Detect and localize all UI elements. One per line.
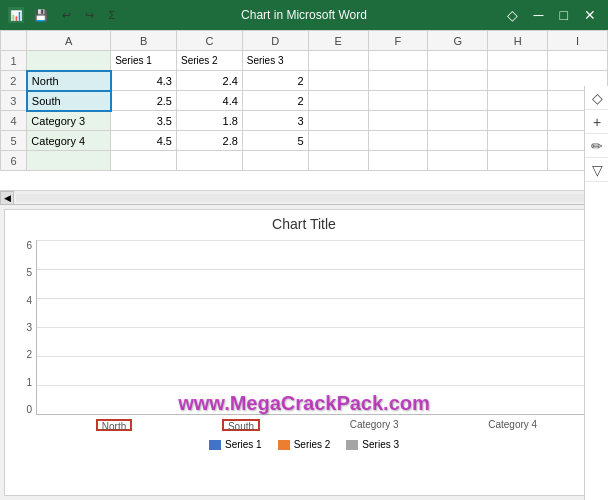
cell-2a[interactable]: North bbox=[27, 71, 111, 91]
table-row: 3 South 2.5 4.4 2 bbox=[1, 91, 608, 111]
table-row: 1 Series 1 Series 2 Series 3 bbox=[1, 51, 608, 71]
col-header-e[interactable]: E bbox=[308, 31, 368, 51]
cell-6d[interactable] bbox=[242, 151, 308, 171]
scroll-left-arrow[interactable]: ◀ bbox=[0, 191, 14, 205]
cell-1g[interactable] bbox=[428, 51, 488, 71]
cell-1c[interactable]: Series 2 bbox=[176, 51, 242, 71]
cell-3g[interactable] bbox=[428, 91, 488, 111]
cell-6a[interactable] bbox=[27, 151, 111, 171]
cell-4b[interactable]: 3.5 bbox=[111, 111, 177, 131]
cell-5g[interactable] bbox=[428, 131, 488, 151]
cell-1e[interactable] bbox=[308, 51, 368, 71]
cell-5h[interactable] bbox=[488, 131, 548, 151]
cell-2g[interactable] bbox=[428, 71, 488, 91]
side-toolbar: ◇ + ✏ ▽ bbox=[584, 86, 608, 500]
cell-1f[interactable] bbox=[368, 51, 428, 71]
cell-3c[interactable]: 4.4 bbox=[176, 91, 242, 111]
chart-body: 6 5 4 3 2 1 0 bbox=[11, 240, 597, 435]
save-button[interactable]: 💾 bbox=[30, 7, 52, 24]
col-header-d[interactable]: D bbox=[242, 31, 308, 51]
gem-button[interactable]: ◇ bbox=[503, 5, 522, 25]
cell-2c[interactable]: 2.4 bbox=[176, 71, 242, 91]
cell-3d[interactable]: 2 bbox=[242, 91, 308, 111]
minimize-button[interactable]: ─ bbox=[530, 5, 548, 25]
cell-6c[interactable] bbox=[176, 151, 242, 171]
y-label-4: 4 bbox=[11, 295, 32, 306]
cell-4f[interactable] bbox=[368, 111, 428, 131]
row-num-4: 4 bbox=[1, 111, 27, 131]
sheet-wrapper[interactable]: A B C D E F G H I bbox=[0, 30, 608, 190]
cell-5d[interactable]: 5 bbox=[242, 131, 308, 151]
cell-1i[interactable] bbox=[548, 51, 608, 71]
cell-2e[interactable] bbox=[308, 71, 368, 91]
col-header-f[interactable]: F bbox=[368, 31, 428, 51]
cell-2h[interactable] bbox=[488, 71, 548, 91]
row-num-3: 3 bbox=[1, 91, 27, 111]
grid-line-6 bbox=[37, 240, 597, 241]
title-bar: 📊 💾 ↩ ↪ Σ Chart in Microsoft Word ◇ ─ □ … bbox=[0, 0, 608, 30]
col-header-a[interactable]: A bbox=[27, 31, 111, 51]
cell-3e[interactable] bbox=[308, 91, 368, 111]
cell-3b[interactable]: 2.5 bbox=[111, 91, 177, 111]
y-label-1: 1 bbox=[11, 377, 32, 388]
cell-5c[interactable]: 2.8 bbox=[176, 131, 242, 151]
scroll-track[interactable] bbox=[16, 194, 592, 202]
cell-6b[interactable] bbox=[111, 151, 177, 171]
side-gem-button[interactable]: ◇ bbox=[585, 86, 608, 110]
function-icon[interactable]: Σ bbox=[104, 7, 120, 23]
cell-1h[interactable] bbox=[488, 51, 548, 71]
table-row: 6 bbox=[1, 151, 608, 171]
cell-2f[interactable] bbox=[368, 71, 428, 91]
cell-5e[interactable] bbox=[308, 131, 368, 151]
spreadsheet-table: A B C D E F G H I bbox=[0, 30, 608, 171]
cell-1a[interactable] bbox=[27, 51, 111, 71]
cell-4h[interactable] bbox=[488, 111, 548, 131]
window-title: Chart in Microsoft Word bbox=[241, 8, 367, 22]
cell-3f[interactable] bbox=[368, 91, 428, 111]
cell-3h[interactable] bbox=[488, 91, 548, 111]
cell-4c[interactable]: 1.8 bbox=[176, 111, 242, 131]
undo-button[interactable]: ↩ bbox=[58, 7, 75, 24]
cell-6f[interactable] bbox=[368, 151, 428, 171]
cell-4e[interactable] bbox=[308, 111, 368, 131]
legend-item-s1: Series 1 bbox=[209, 439, 262, 450]
redo-button[interactable]: ↪ bbox=[81, 7, 98, 24]
cell-6h[interactable] bbox=[488, 151, 548, 171]
horizontal-scrollbar[interactable]: ◀ ▶ bbox=[0, 190, 608, 204]
col-header-g[interactable]: G bbox=[428, 31, 488, 51]
cell-4g[interactable] bbox=[428, 111, 488, 131]
cell-1d[interactable]: Series 3 bbox=[242, 51, 308, 71]
side-add-button[interactable]: + bbox=[585, 110, 608, 134]
x-label-cat3: Category 3 bbox=[350, 419, 399, 431]
cell-6g[interactable] bbox=[428, 151, 488, 171]
side-filter-button[interactable]: ▽ bbox=[585, 158, 608, 182]
col-header-h[interactable]: H bbox=[488, 31, 548, 51]
app-icon: 📊 bbox=[8, 7, 24, 23]
cell-3a[interactable]: South bbox=[27, 91, 111, 111]
cell-6e[interactable] bbox=[308, 151, 368, 171]
row-num-1: 1 bbox=[1, 51, 27, 71]
y-label-0: 0 bbox=[11, 404, 32, 415]
cell-5f[interactable] bbox=[368, 131, 428, 151]
grid-line-3 bbox=[37, 327, 597, 328]
col-header-c[interactable]: C bbox=[176, 31, 242, 51]
cell-2b[interactable]: 4.3 bbox=[111, 71, 177, 91]
col-header-b[interactable]: B bbox=[111, 31, 177, 51]
close-button[interactable]: ✕ bbox=[580, 5, 600, 25]
x-label-cat4: Category 4 bbox=[488, 419, 537, 431]
cell-1b[interactable]: Series 1 bbox=[111, 51, 177, 71]
cell-5a[interactable]: Category 4 bbox=[27, 131, 111, 151]
legend-label-s2: Series 2 bbox=[294, 439, 331, 450]
spreadsheet-area: A B C D E F G H I bbox=[0, 30, 608, 205]
col-header-i[interactable]: I bbox=[548, 31, 608, 51]
row-num-6: 6 bbox=[1, 151, 27, 171]
cell-4a[interactable]: Category 3 bbox=[27, 111, 111, 131]
cell-5b[interactable]: 4.5 bbox=[111, 131, 177, 151]
y-label-3: 3 bbox=[11, 322, 32, 333]
maximize-button[interactable]: □ bbox=[556, 5, 572, 25]
cell-2d[interactable]: 2 bbox=[242, 71, 308, 91]
side-edit-button[interactable]: ✏ bbox=[585, 134, 608, 158]
x-label-north: North bbox=[96, 419, 132, 431]
legend-label-s3: Series 3 bbox=[362, 439, 399, 450]
cell-4d[interactable]: 3 bbox=[242, 111, 308, 131]
